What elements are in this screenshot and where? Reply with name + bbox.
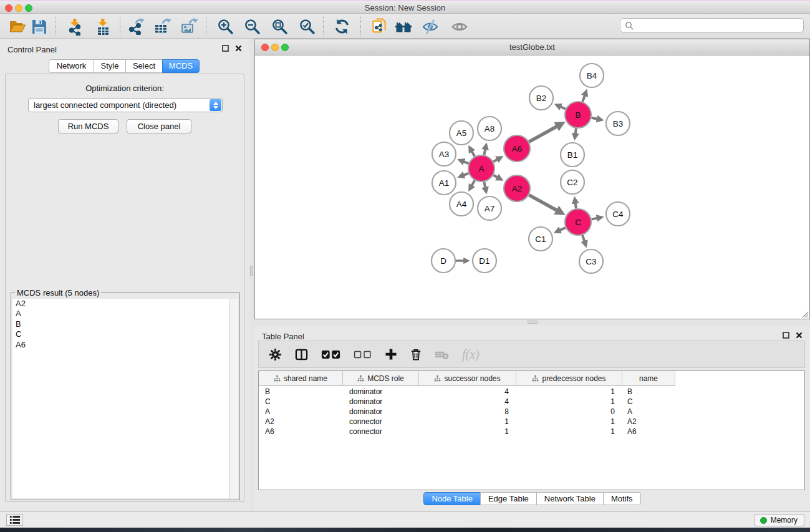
- criterion-select[interactable]: largest connected component (directed): [28, 98, 223, 112]
- table-cell[interactable]: 1: [516, 427, 622, 437]
- table-cell[interactable]: connector: [343, 427, 419, 437]
- graph-node-C4[interactable]: C4: [606, 202, 630, 226]
- mcds-result-item[interactable]: C: [12, 329, 238, 339]
- task-history-button[interactable]: [6, 514, 23, 526]
- import-table-icon[interactable]: [92, 16, 114, 37]
- graph-node-C[interactable]: C: [565, 209, 591, 235]
- graph-edge-C-C3[interactable]: [582, 235, 586, 246]
- tab-motifs[interactable]: Motifs: [603, 492, 641, 505]
- table-cell[interactable]: 4: [419, 397, 516, 407]
- open-session-icon[interactable]: [6, 16, 29, 37]
- network-canvas[interactable]: B4B2BB3B1A5A8A6A3AA1C2A4A7A2C4CC1C3DD1: [255, 56, 809, 319]
- graph-node-A1[interactable]: A1: [432, 171, 456, 195]
- delete-column-icon[interactable]: [410, 348, 422, 361]
- export-image-icon[interactable]: [178, 16, 201, 37]
- table-row[interactable]: Cdominator41C: [259, 397, 675, 407]
- deselect-all-rows-icon[interactable]: [354, 350, 372, 359]
- graph-node-B4[interactable]: B4: [580, 64, 604, 87]
- table-cell[interactable]: dominator: [343, 387, 419, 397]
- table-cell[interactable]: C: [622, 397, 675, 407]
- horizontal-splitter-grip[interactable]: [528, 321, 538, 324]
- column-header-successor-nodes[interactable]: successor nodes: [419, 371, 516, 386]
- export-table-icon[interactable]: [152, 16, 174, 37]
- table-cell[interactable]: A: [622, 407, 675, 417]
- close-panel-icon[interactable]: [235, 45, 242, 52]
- graph-node-B1[interactable]: B1: [561, 143, 584, 167]
- graph-node-D1[interactable]: D1: [473, 249, 496, 273]
- graph-node-C2[interactable]: C2: [561, 170, 584, 194]
- table-cell[interactable]: A6: [622, 427, 675, 437]
- graph-node-C3[interactable]: C3: [579, 249, 603, 273]
- tab-node-table[interactable]: Node Table: [423, 492, 481, 505]
- graph-node-B3[interactable]: B3: [606, 112, 630, 135]
- graph-edge-B-B4[interactable]: [582, 92, 586, 102]
- search-input[interactable]: [637, 21, 803, 30]
- float-panel-icon[interactable]: [222, 45, 229, 52]
- vertical-splitter-grip[interactable]: [250, 266, 253, 276]
- home-layout-icon[interactable]: [392, 16, 415, 37]
- close-table-panel-icon[interactable]: [796, 332, 803, 339]
- graph-node-A3[interactable]: A3: [432, 142, 456, 166]
- graph-node-D[interactable]: D: [432, 249, 455, 273]
- graph-node-B[interactable]: B: [565, 102, 591, 128]
- graph-edge-B-B3[interactable]: [592, 118, 602, 120]
- table-cell[interactable]: dominator: [343, 397, 419, 407]
- show-graphics-details-icon[interactable]: [448, 16, 471, 37]
- tab-network-table[interactable]: Network Table: [536, 492, 604, 505]
- zoom-selected-icon[interactable]: [296, 16, 318, 37]
- hide-graphics-details-icon[interactable]: [419, 16, 441, 37]
- graph-edge-A2-C[interactable]: [529, 195, 562, 213]
- table-cell[interactable]: A: [259, 407, 343, 417]
- graph-edge-A-A5[interactable]: [470, 148, 475, 157]
- mcds-list-scrollbar[interactable]: [229, 299, 238, 498]
- graph-edge-A-A2[interactable]: [493, 175, 501, 180]
- mcds-result-list[interactable]: A2ABCA6: [12, 299, 238, 498]
- horizontal-splitter[interactable]: [254, 319, 810, 326]
- graph-node-A5[interactable]: A5: [450, 121, 473, 145]
- export-network-icon[interactable]: [125, 16, 147, 37]
- graph-edge-A-A8[interactable]: [484, 145, 486, 155]
- zoom-fit-icon[interactable]: [268, 16, 291, 37]
- table-cell[interactable]: 8: [419, 407, 516, 417]
- table-cell[interactable]: A2: [259, 417, 343, 427]
- table-row[interactable]: A6connector11A6: [259, 427, 675, 437]
- table-cell[interactable]: C: [259, 397, 343, 407]
- graph-node-A2[interactable]: A2: [504, 175, 530, 201]
- refresh-icon[interactable]: [330, 16, 353, 37]
- table-row[interactable]: Bdominator41B: [259, 387, 675, 397]
- float-table-panel-icon[interactable]: [783, 332, 789, 339]
- tab-edge-table[interactable]: Edge Table: [480, 492, 537, 505]
- table-cell[interactable]: A2: [622, 417, 675, 427]
- column-header-name[interactable]: name: [622, 371, 675, 386]
- run-mcds-button[interactable]: Run MCDS: [58, 119, 118, 133]
- table-cell[interactable]: 1: [516, 417, 622, 427]
- search-box[interactable]: [620, 18, 804, 32]
- mcds-result-item[interactable]: A6: [12, 340, 238, 350]
- table-cell[interactable]: 1: [419, 427, 516, 437]
- tab-style[interactable]: Style: [94, 59, 126, 73]
- duplicate-network-icon[interactable]: [368, 16, 390, 37]
- graph-edge-C-C4[interactable]: [592, 217, 602, 219]
- graph-node-C1[interactable]: C1: [529, 227, 552, 251]
- table-cell[interactable]: dominator: [343, 407, 419, 417]
- mcds-result-item[interactable]: A2: [12, 299, 238, 309]
- tab-select[interactable]: Select: [125, 59, 163, 73]
- graph-edge-A-A1[interactable]: [460, 173, 468, 177]
- resize-grip-icon[interactable]: [800, 309, 809, 318]
- graph-node-B2[interactable]: B2: [529, 86, 553, 110]
- network-graph[interactable]: B4B2BB3B1A5A8A6A3AA1C2A4A7A2C4CC1C3DD1: [255, 56, 809, 319]
- graph-node-A[interactable]: A: [468, 155, 494, 181]
- table-settings-icon[interactable]: [269, 348, 282, 361]
- graph-edge-A-A3[interactable]: [460, 160, 468, 163]
- graph-edge-C-C1[interactable]: [556, 228, 566, 232]
- table-cell[interactable]: B: [259, 387, 343, 397]
- table-cell[interactable]: 1: [419, 417, 516, 427]
- column-layout-icon[interactable]: [295, 348, 308, 361]
- select-all-rows-icon[interactable]: [321, 349, 340, 360]
- graph-edge-C-C2[interactable]: [575, 199, 576, 209]
- zoom-in-icon[interactable]: [214, 16, 236, 37]
- vertical-splitter[interactable]: [249, 39, 254, 511]
- graph-node-A6[interactable]: A6: [504, 135, 530, 162]
- mcds-result-item[interactable]: A: [12, 309, 238, 319]
- save-session-icon[interactable]: [28, 16, 51, 37]
